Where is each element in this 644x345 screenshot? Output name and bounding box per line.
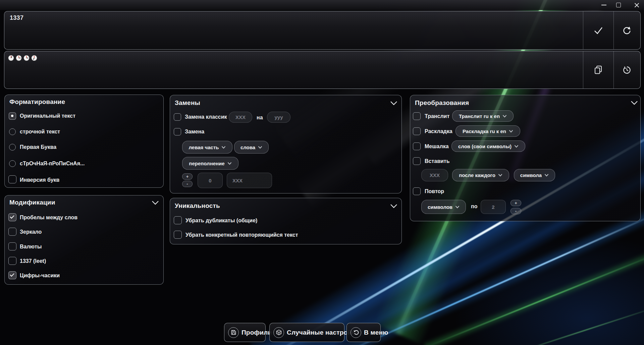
insert-text-input[interactable]: XXX [421, 169, 448, 181]
chevron-down-icon [502, 115, 507, 118]
panel-replacements: Замены Замена классик XXX на ууу Замена … [170, 95, 402, 193]
part-dropdown[interactable]: левая часть [182, 141, 232, 154]
apply-button[interactable] [583, 11, 613, 49]
panel-title: Преобразования [415, 99, 469, 107]
plus-icon: + [515, 200, 517, 206]
maximize-button[interactable] [611, 0, 626, 10]
radio-label: сТрОчНаЯ-пРоПиСнАя... [20, 161, 85, 167]
checkbox-insert[interactable] [413, 157, 421, 165]
checkbox-digit-clocks[interactable] [8, 271, 16, 279]
panel-uniqueness: Уникальность Убрать дубликаты (общие) Уб… [170, 198, 402, 244]
title-bar [0, 0, 644, 10]
chevron-down-icon [227, 162, 232, 165]
source-text-input[interactable]: 1337 [4, 11, 641, 50]
checkbox-translit[interactable] [413, 112, 421, 120]
chevron-down-icon [514, 145, 519, 148]
decrement-button[interactable]: - [511, 208, 521, 214]
conjunction-label: по [471, 204, 477, 210]
replace-count-input[interactable]: 0 [198, 173, 223, 188]
increment-button[interactable]: + [182, 173, 193, 180]
checkbox-remove-specific-repeat[interactable] [174, 231, 182, 239]
chevron-down-icon[interactable] [630, 100, 638, 106]
panel-title: Уникальность [175, 202, 220, 210]
checkbox-replace[interactable] [174, 128, 181, 135]
checkbox-shuffler[interactable] [413, 142, 421, 150]
radio-label: строчной текст [20, 129, 60, 135]
close-button[interactable] [629, 0, 644, 10]
clock-glyph [8, 55, 14, 61]
clock-glyph [31, 55, 38, 61]
checkbox-currencies[interactable] [8, 242, 16, 250]
dice-icon: ? ? [273, 327, 284, 338]
checkbox-label: Инверсия букв [20, 177, 59, 183]
to-menu-button[interactable]: В меню [346, 323, 381, 342]
radio-first-letter[interactable] [9, 144, 16, 151]
dropdown-value: левая часть [189, 145, 219, 150]
copy-button[interactable] [583, 51, 613, 89]
checkbox-repeat[interactable] [413, 187, 421, 195]
checkbox-mirror[interactable] [8, 228, 16, 236]
chevron-down-icon[interactable] [151, 200, 159, 206]
checkbox-letter-inversion[interactable] [8, 175, 16, 183]
dropdown-value: слов (свои символы) [458, 143, 512, 149]
copy-icon [594, 65, 603, 75]
checkbox-spaces-between-words[interactable] [8, 213, 16, 221]
insert-position-dropdown[interactable]: после каждого [452, 169, 509, 181]
placeholder-text: XXX [430, 172, 440, 178]
svg-text:?: ? [277, 333, 278, 334]
replace-to-input[interactable]: ууу [267, 112, 290, 123]
checkbox-remove-duplicates[interactable] [174, 216, 182, 224]
panel-title: Модификации [9, 199, 55, 206]
checkbox-keyboard-layout[interactable] [413, 127, 421, 135]
checkbox-label: Повтор [425, 188, 444, 194]
maximize-icon [616, 3, 621, 7]
profiles-button[interactable]: Профили [224, 323, 266, 342]
checkbox-label: Замена классик [185, 114, 227, 120]
radio-lowercase[interactable] [9, 128, 16, 135]
repeat-count-input[interactable]: 2 [481, 200, 506, 214]
dropdown-value: Раскладка ru к en [463, 128, 506, 134]
layout-dropdown[interactable]: Раскладка ru к en [455, 125, 520, 137]
radio-original-text[interactable] [9, 112, 16, 120]
radio-alternating-case[interactable] [9, 160, 16, 167]
replace-text-input[interactable]: XXX [227, 173, 272, 188]
chevron-down-icon [509, 130, 513, 133]
dropdown-value: слова [240, 145, 255, 150]
history-button[interactable] [613, 51, 640, 89]
translit-dropdown[interactable]: Транслит ru к en [452, 110, 514, 122]
minimize-icon [601, 5, 606, 5]
placeholder-text: XXX [235, 114, 246, 120]
repeat-unit-dropdown[interactable]: символов [421, 200, 466, 214]
decrement-button[interactable]: - [182, 181, 193, 187]
insert-unit-dropdown[interactable]: символа [514, 169, 555, 181]
checkbox-label: Раскладка [425, 128, 452, 134]
panel-formatting: Форматирование Оригинальный текст строчн… [4, 95, 164, 188]
minimize-button[interactable] [596, 0, 611, 10]
shuffler-dropdown[interactable]: слов (свои символы) [451, 140, 525, 152]
panel-title: Замены [175, 99, 200, 107]
refresh-button[interactable] [613, 11, 640, 49]
checkbox-label: Убрать дубликаты (общие) [185, 218, 257, 224]
replace-from-input[interactable]: XXX [229, 112, 252, 123]
checkbox-leet[interactable] [8, 257, 16, 265]
count-value: 2 [492, 204, 494, 210]
clock-glyph [23, 55, 30, 61]
random-settings-button[interactable]: ? ? Случайные настройки [269, 323, 344, 342]
checkbox-replace-classic[interactable] [174, 113, 181, 121]
increment-button[interactable]: + [511, 200, 521, 206]
chevron-down-icon[interactable] [390, 101, 398, 106]
source-text-value: 1337 [10, 14, 23, 21]
svg-text:?: ? [279, 333, 280, 334]
chevron-down-icon[interactable] [390, 204, 398, 209]
undo-icon [351, 327, 361, 338]
button-label: Профили [241, 329, 272, 336]
placeholder-text: ууу [274, 114, 283, 120]
overflow-dropdown[interactable]: переполнение [182, 157, 238, 170]
button-label: В меню [364, 329, 388, 336]
unit-dropdown[interactable]: слова [234, 141, 269, 154]
placeholder-text: XXX [232, 178, 243, 183]
dropdown-value: после каждого [459, 172, 495, 178]
result-text-output[interactable] [4, 51, 641, 89]
checkbox-label: Валюты [20, 244, 42, 250]
checkbox-label: Вставить [425, 158, 450, 164]
